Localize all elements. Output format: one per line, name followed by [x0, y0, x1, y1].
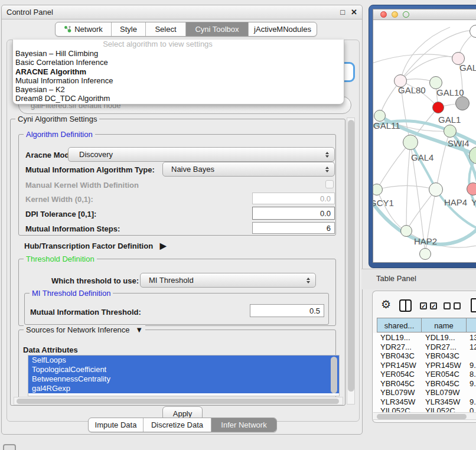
- close-traffic-light-icon[interactable]: [380, 11, 387, 18]
- table-cell[interactable]: YER054C: [380, 370, 415, 379]
- table-cell[interactable]: YPR145W: [425, 361, 461, 370]
- table-cell[interactable]: YLR345W: [380, 397, 415, 407]
- table-cell[interactable]: YBL079W: [380, 388, 415, 397]
- zoom-traffic-light-icon[interactable]: [403, 11, 409, 18]
- tab-impute-data[interactable]: Impute Data: [89, 418, 143, 432]
- manual-kernel-checkbox[interactable]: [325, 180, 334, 188]
- table-cell[interactable]: YDL19...: [425, 333, 455, 343]
- table-cell[interactable]: YIL052C: [425, 406, 455, 412]
- minimize-traffic-light-icon[interactable]: [392, 11, 398, 18]
- table-hscrollbar-thumb[interactable]: [377, 414, 467, 419]
- table-cell[interactable]: YBR045C: [380, 379, 415, 389]
- network-edge[interactable]: [406, 142, 410, 231]
- dropdown-item[interactable]: Bayesian – K2: [13, 85, 344, 94]
- mi-type-combo[interactable]: Naive Bayes: [162, 162, 335, 177]
- table-cell[interactable]: 9.: [470, 379, 476, 389]
- network-edge[interactable]: [377, 185, 436, 190]
- dropdown-item[interactable]: Bayesian – Hill Climbing: [13, 49, 344, 58]
- network-edge-highlighted[interactable]: [436, 190, 476, 231]
- table-cell[interactable]: 0.: [470, 406, 476, 412]
- tab-infer-network[interactable]: Infer Network: [211, 418, 276, 432]
- column-header-partial[interactable]: [466, 318, 476, 332]
- settings-scrollbar-thumb[interactable]: [348, 120, 354, 392]
- table-cell[interactable]: YBR043C: [380, 351, 415, 361]
- maximize-icon[interactable]: □: [340, 8, 345, 17]
- network-edge-highlighted[interactable]: [410, 142, 436, 190]
- network-node-gal1[interactable]: [432, 102, 444, 113]
- table-row[interactable]: YLR345WYLR345W9.: [373, 397, 476, 407]
- table-row[interactable]: YER054CYER054C8.: [373, 370, 476, 379]
- table-cell[interactable]: YER054C: [425, 370, 459, 379]
- table-row[interactable]: YBL079WYBL079W: [373, 388, 476, 397]
- which-threshold-combo[interactable]: MI Threshold: [140, 273, 316, 288]
- table-cell[interactable]: 9.: [470, 361, 476, 370]
- tab-network[interactable]: Network: [56, 22, 111, 36]
- network-node-hap2[interactable]: [400, 225, 412, 237]
- dropdown-item-selected[interactable]: ARACNE Algorithm: [13, 67, 344, 76]
- table-cell[interactable]: YIL052C: [380, 406, 410, 412]
- network-node[interactable]: [419, 248, 431, 260]
- table-cell[interactable]: 12: [470, 343, 476, 352]
- table-cell[interactable]: YBR045C: [425, 379, 459, 389]
- dropdown-item[interactable]: Basic Correlation Inference: [13, 58, 344, 67]
- aracne-mode-combo[interactable]: Discovery: [68, 147, 335, 162]
- settings-vertical-scrollbar[interactable]: [347, 118, 355, 405]
- select-all-checkbox-icon[interactable]: ✓: [430, 302, 437, 309]
- dropdown-item[interactable]: Mutual Information Inference: [13, 76, 344, 85]
- network-edge[interactable]: [406, 190, 436, 231]
- tab-cyni-toolbox[interactable]: Cyni Toolbox: [185, 22, 248, 36]
- network-node-hap4[interactable]: [429, 182, 443, 197]
- table-cell[interactable]: 8.: [470, 370, 476, 379]
- network-node-y[interactable]: [467, 182, 476, 195]
- table-cell[interactable]: YDR27...: [380, 343, 412, 352]
- table-cell[interactable]: YPR145W: [380, 361, 416, 370]
- table-row[interactable]: YDL19...YDL19...13: [373, 333, 476, 343]
- table-cell[interactable]: 9.: [470, 397, 476, 407]
- mi-threshold-field[interactable]: 0.5: [250, 304, 324, 317]
- network-canvas[interactable]: GALGAL80GAL10GAL1GAL11SWI4GAL4GCY1HAP4YH…: [373, 20, 476, 262]
- close-icon[interactable]: ✕: [351, 8, 357, 17]
- settings-horizontal-scrollbar[interactable]: [14, 397, 343, 405]
- kernel-width-field[interactable]: 0.0: [252, 193, 335, 204]
- network-node-gal4[interactable]: [403, 135, 418, 150]
- attribute-item[interactable]: TopologicalCoefficient: [28, 365, 339, 374]
- sources-title[interactable]: Sources for Network Inference ▼: [24, 325, 145, 334]
- table-row[interactable]: YIL052CYIL052C0.: [373, 406, 476, 412]
- table-row[interactable]: YBR043CYBR043C: [373, 351, 476, 361]
- network-edge[interactable]: [373, 54, 458, 64]
- export-table-icon[interactable]: [471, 298, 476, 312]
- table-row[interactable]: YPR145WYPR145W9.: [373, 361, 476, 370]
- table-cell[interactable]: YDR27...: [425, 343, 457, 352]
- network-edge[interactable]: [377, 142, 410, 190]
- tab-select[interactable]: Select: [145, 22, 185, 36]
- tab-jactivemnodules[interactable]: jActiveMNodules: [248, 22, 317, 36]
- column-header-shared-name[interactable]: shared...: [377, 318, 422, 332]
- minimized-panel-icon[interactable]: [3, 444, 16, 450]
- network-view-titlebar[interactable]: [373, 9, 476, 20]
- table-row[interactable]: YBR045CYBR045C9.: [373, 379, 476, 389]
- attribute-item[interactable]: BetweennessCentrality: [28, 374, 339, 384]
- table-cell[interactable]: YBR043C: [425, 351, 459, 361]
- network-node[interactable]: [455, 96, 470, 110]
- table-cell[interactable]: YLR345W: [425, 397, 460, 407]
- settings-hscrollbar-thumb[interactable]: [17, 399, 339, 404]
- attribute-item[interactable]: SelfLoops: [28, 356, 339, 365]
- split-columns-icon[interactable]: [399, 299, 412, 312]
- hub-definition-toggle[interactable]: Hub/Transcription Factor Definition ▶: [24, 241, 167, 250]
- table-horizontal-scrollbar[interactable]: [373, 412, 476, 420]
- attribute-item[interactable]: gal4RGexp: [28, 384, 339, 393]
- dpi-tolerance-field[interactable]: 0.0: [252, 207, 335, 220]
- network-node-gal11[interactable]: [374, 110, 386, 122]
- deselect-checkbox-icon[interactable]: [444, 302, 451, 309]
- table-cell[interactable]: YBL079W: [425, 388, 460, 397]
- tab-discretize-data[interactable]: Discretize Data: [143, 418, 211, 432]
- deselect-checkbox-icon[interactable]: [454, 302, 461, 309]
- table-cell[interactable]: YDL19...: [380, 333, 410, 343]
- attributes-scrollbar-thumb[interactable]: [331, 357, 337, 393]
- gear-icon[interactable]: ⚙: [381, 298, 391, 311]
- dropdown-item[interactable]: Dream8 DC_TDC Algorithm: [13, 94, 344, 103]
- mi-steps-field[interactable]: 6: [252, 222, 335, 234]
- table-cell[interactable]: 13: [470, 333, 476, 343]
- column-header-name[interactable]: name: [421, 318, 467, 332]
- network-node-swi4[interactable]: [444, 125, 457, 138]
